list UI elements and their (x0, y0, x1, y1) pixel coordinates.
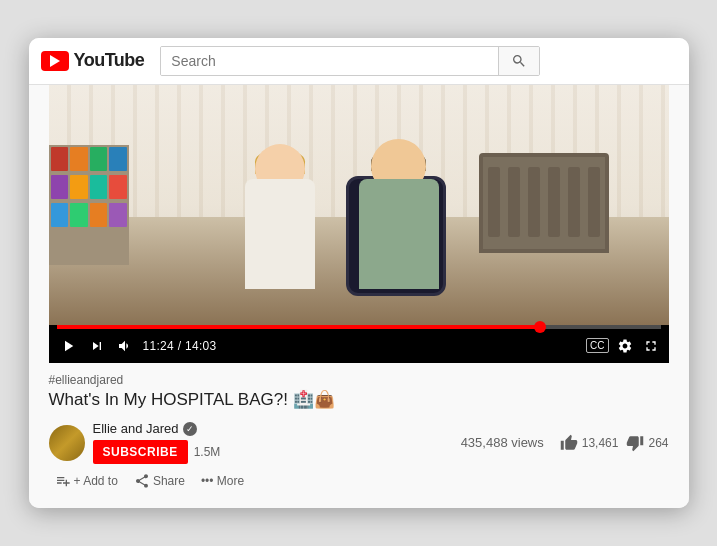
youtube-logo[interactable]: YouTube (41, 50, 145, 71)
thumbs-up-icon (560, 434, 578, 452)
progress-thumb (534, 321, 546, 333)
avatar-image (49, 425, 85, 461)
body-left (245, 179, 315, 289)
progress-fill (57, 325, 540, 329)
subscribe-button[interactable]: Subscribe (93, 440, 188, 464)
time-separator: / (178, 339, 185, 353)
play-triangle-icon (50, 55, 60, 67)
subscriber-count: 1.5M (194, 445, 221, 459)
body-right (359, 179, 439, 289)
more-button[interactable]: ••• More (195, 471, 250, 491)
view-count: 435,488 views (461, 435, 544, 450)
controls-row: 11:24 / 14:03 CC (57, 335, 661, 357)
add-to-label: + Add to (74, 474, 118, 488)
person-right (359, 129, 449, 289)
subscribe-area: Subscribe 1.5M (93, 440, 221, 464)
dislike-count: 264 (648, 436, 668, 450)
total-time: 14:03 (185, 339, 217, 353)
youtube-logo-text: YouTube (74, 50, 145, 71)
channel-avatar[interactable] (49, 425, 85, 461)
video-controls: 11:24 / 14:03 CC (49, 325, 669, 363)
video-title: What's In My HOSPITAL BAG?! 🏥👜 (49, 389, 669, 411)
play-button[interactable] (57, 335, 79, 357)
search-input[interactable] (161, 47, 498, 75)
fullscreen-button[interactable] (641, 336, 661, 356)
channel-info: Ellie and Jared ✓ Subscribe 1.5M (49, 421, 221, 464)
volume-button[interactable] (115, 336, 135, 356)
video-player[interactable]: 11:24 / 14:03 CC (49, 85, 669, 363)
verified-icon: ✓ (183, 422, 197, 436)
cc-button[interactable]: CC (586, 338, 608, 353)
settings-button[interactable] (615, 336, 635, 356)
search-icon (511, 53, 527, 69)
scene-bookshelf (49, 145, 129, 265)
scene-crib (479, 153, 609, 253)
main-content: 11:24 / 14:03 CC (29, 85, 689, 508)
action-row: + Add to Share ••• More (49, 470, 669, 492)
youtube-header: YouTube (29, 38, 689, 85)
like-dislike-area: 13,461 264 (560, 434, 669, 452)
cc-icon: CC (586, 338, 608, 353)
next-button[interactable] (87, 336, 107, 356)
like-button[interactable]: 13,461 (560, 434, 619, 452)
video-stats-right: 435,488 views 13,461 264 (461, 434, 669, 452)
channel-name-area: Ellie and Jared ✓ Subscribe 1.5M (93, 421, 221, 464)
channel-tag: #ellieandjared (49, 373, 669, 387)
thumbs-down-icon (626, 434, 644, 452)
current-time: 11:24 (143, 339, 175, 353)
search-button[interactable] (498, 47, 539, 75)
browser-window: YouTube (29, 38, 689, 508)
add-to-icon (55, 473, 71, 489)
more-label: ••• More (201, 474, 244, 488)
skip-next-icon (89, 338, 105, 354)
youtube-logo-icon (41, 51, 69, 71)
share-label: Share (153, 474, 185, 488)
add-to-button[interactable]: + Add to (49, 470, 124, 492)
controls-right: CC (586, 336, 660, 356)
search-bar (160, 46, 540, 76)
volume-icon (117, 338, 133, 354)
video-meta-row: Ellie and Jared ✓ Subscribe 1.5M 435,488… (49, 421, 669, 464)
like-count: 13,461 (582, 436, 619, 450)
video-thumbnail (49, 85, 669, 325)
time-display: 11:24 / 14:03 (143, 339, 217, 353)
channel-name: Ellie and Jared ✓ (93, 421, 221, 436)
settings-icon (617, 338, 633, 354)
share-icon (134, 473, 150, 489)
fullscreen-icon (643, 338, 659, 354)
person-left (235, 129, 325, 289)
dislike-button[interactable]: 264 (626, 434, 668, 452)
video-info: #ellieandjared What's In My HOSPITAL BAG… (49, 363, 669, 492)
play-icon (59, 337, 77, 355)
share-button[interactable]: Share (128, 470, 191, 492)
progress-bar[interactable] (57, 325, 661, 329)
